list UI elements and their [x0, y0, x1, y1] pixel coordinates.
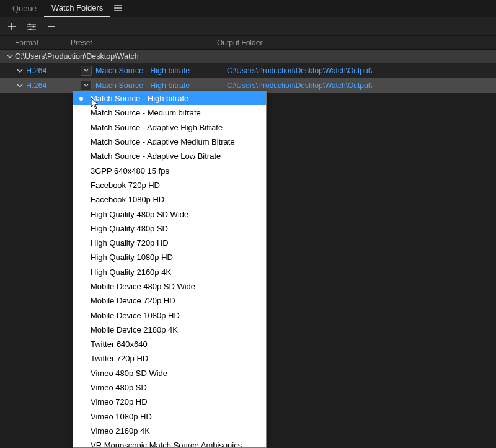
- preset-option[interactable]: Twitter 720p HD: [73, 351, 266, 365]
- settings-icon[interactable]: [26, 21, 37, 32]
- preset-option-label: High Quality 480p SD Wide: [91, 210, 188, 219]
- tab-watch-folders[interactable]: Watch Folders: [44, 1, 110, 17]
- preset-option[interactable]: Vimeo 2160p 4K: [73, 424, 266, 438]
- preset-option[interactable]: Mobile Device 480p SD Wide: [73, 279, 266, 293]
- header-format: Format: [15, 38, 71, 47]
- preset-option-label: Vimeo 480p SD Wide: [91, 369, 167, 378]
- preset-option-label: Match Source - Adaptive Low Bitrate: [91, 151, 221, 161]
- svg-point-1: [32, 25, 34, 27]
- preset-option-label: Twitter 640x640: [91, 339, 148, 349]
- preset-option[interactable]: Facebook 1080p HD: [73, 192, 266, 207]
- chevron-down-icon[interactable]: [5, 53, 15, 60]
- preset-option[interactable]: Vimeo 480p SD Wide: [73, 366, 266, 380]
- preset-option[interactable]: Match Source - High bitrate: [73, 91, 266, 105]
- preset-option-label: Vimeo 2160p 4K: [91, 426, 150, 436]
- toolbar: [0, 17, 496, 36]
- format-dropdown[interactable]: H.264: [25, 66, 46, 75]
- preset-option-label: Match Source - Medium bitrate: [91, 108, 201, 117]
- preset-option-label: Mobile Device 1080p HD: [91, 311, 180, 320]
- format-dropdown[interactable]: H.264: [25, 81, 46, 90]
- output-folder-link[interactable]: C:\Users\Production\Desktop\Watch\Output…: [227, 81, 372, 90]
- preset-option-label: Match Source - Adaptive Medium Bitrate: [91, 137, 235, 146]
- preset-option[interactable]: High Quality 1080p HD: [73, 250, 266, 264]
- panel-menu-icon[interactable]: [114, 4, 122, 13]
- preset-dropdown-caret[interactable]: [81, 66, 92, 76]
- preset-option[interactable]: Vimeo 1080p HD: [73, 410, 266, 424]
- preset-option[interactable]: High Quality 720p HD: [73, 236, 266, 250]
- preset-dropdown[interactable]: Match Source - High bitrate: [94, 81, 190, 90]
- watch-folder-list: C:\Users\Production\Desktop\Watch H.264 …: [0, 50, 496, 93]
- preset-option-label: High Quality 480p SD: [91, 224, 168, 233]
- preset-option-label: Facebook 720p HD: [91, 181, 160, 190]
- preset-option[interactable]: Match Source - Adaptive Low Bitrate: [73, 149, 266, 163]
- preset-option-label: Facebook 1080p HD: [91, 195, 164, 204]
- chevron-down-icon[interactable]: [15, 83, 25, 89]
- watch-folder-row[interactable]: C:\Users\Production\Desktop\Watch: [0, 50, 496, 63]
- output-folder-link[interactable]: C:\Users\Production\Desktop\Watch\Output…: [227, 66, 372, 75]
- selected-indicator-icon: [79, 97, 83, 101]
- add-button[interactable]: [6, 21, 17, 32]
- preset-option[interactable]: Twitter 640x640: [73, 337, 266, 351]
- preset-option[interactable]: Mobile Device 2160p 4K: [73, 323, 266, 337]
- preset-option-label: Vimeo 480p SD: [91, 383, 147, 392]
- preset-option-label: High Quality 1080p HD: [91, 253, 173, 262]
- preset-dropdown-caret[interactable]: [81, 81, 92, 91]
- preset-option[interactable]: Mobile Device 1080p HD: [73, 308, 266, 322]
- watch-folder-path: C:\Users\Production\Desktop\Watch: [15, 52, 139, 61]
- remove-button[interactable]: [46, 21, 57, 32]
- job-row[interactable]: H.264 Match Source - High bitrate C:\Use…: [0, 63, 496, 78]
- preset-option[interactable]: High Quality 480p SD: [73, 222, 266, 236]
- header-output: Output Folder: [217, 38, 496, 47]
- preset-option-label: Mobile Device 720p HD: [91, 296, 175, 305]
- preset-option-label: Mobile Device 2160p 4K: [91, 325, 178, 334]
- chevron-down-icon[interactable]: [15, 68, 25, 74]
- preset-option-label: Match Source - High bitrate: [91, 94, 188, 103]
- preset-option-label: High Quality 2160p 4K: [91, 267, 171, 277]
- preset-option-label: Mobile Device 480p SD Wide: [91, 282, 195, 291]
- preset-option[interactable]: Vimeo 480p SD: [73, 380, 266, 395]
- svg-point-0: [29, 23, 30, 25]
- preset-option-label: Vimeo 720p HD: [91, 397, 148, 406]
- preset-option[interactable]: High Quality 2160p 4K: [73, 265, 266, 279]
- preset-dropdown[interactable]: Match Source - High bitrate: [94, 66, 190, 75]
- preset-option[interactable]: 3GPP 640x480 15 fps: [73, 163, 266, 177]
- svg-point-2: [29, 28, 31, 30]
- preset-option-label: VR Monoscopic Match Source Ambisonics: [91, 441, 242, 448]
- column-headers: Format Preset Output Folder: [0, 36, 496, 50]
- preset-option-label: 3GPP 640x480 15 fps: [91, 166, 169, 176]
- preset-option-label: High Quality 720p HD: [91, 238, 169, 248]
- preset-option[interactable]: Vimeo 720p HD: [73, 395, 266, 409]
- preset-option[interactable]: Facebook 720p HD: [73, 178, 266, 192]
- preset-option[interactable]: VR Monoscopic Match Source Ambisonics: [73, 438, 266, 448]
- preset-option-label: Twitter 720p HD: [91, 354, 148, 363]
- preset-option[interactable]: High Quality 480p SD Wide: [73, 207, 266, 221]
- preset-option[interactable]: Match Source - Adaptive High Bitrate: [73, 120, 266, 135]
- preset-option-label: Match Source - Adaptive High Bitrate: [91, 123, 223, 132]
- preset-dropdown-menu[interactable]: Match Source - High bitrateMatch Source …: [73, 91, 267, 448]
- header-preset: Preset: [71, 38, 217, 47]
- preset-option[interactable]: Mobile Device 720p HD: [73, 293, 266, 308]
- preset-option-label: Vimeo 1080p HD: [91, 412, 152, 421]
- panel-tabs: Queue Watch Folders: [0, 0, 496, 17]
- tab-queue[interactable]: Queue: [5, 1, 44, 16]
- preset-option[interactable]: Match Source - Adaptive Medium Bitrate: [73, 135, 266, 149]
- preset-option[interactable]: Match Source - Medium bitrate: [73, 105, 266, 120]
